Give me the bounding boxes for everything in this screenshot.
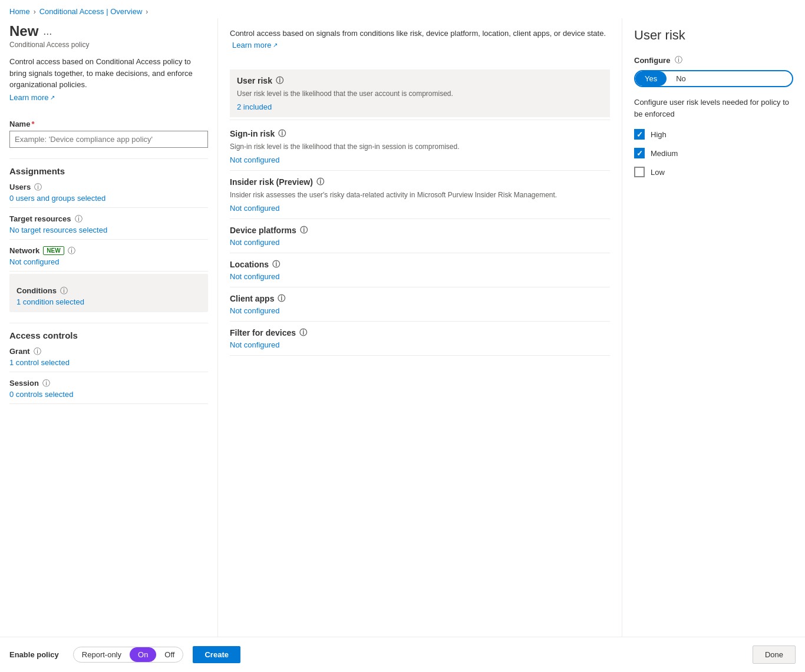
report-only-button[interactable]: Report-only bbox=[74, 647, 130, 662]
checkbox-low-row[interactable]: Low bbox=[634, 167, 793, 177]
user-risk-item[interactable]: User risk ⓘ User risk level is the likel… bbox=[230, 69, 610, 117]
right-panel-title: User risk bbox=[634, 28, 793, 43]
learn-more-middle[interactable]: Learn more ↗ bbox=[232, 39, 278, 51]
checkbox-low[interactable] bbox=[634, 167, 645, 177]
users-info-icon[interactable]: ⓘ bbox=[34, 182, 42, 193]
configure-row: Configure ⓘ bbox=[634, 55, 793, 65]
left-panel: New ... Conditional Access policy Contro… bbox=[0, 18, 218, 637]
insider-risk-status[interactable]: Not configured bbox=[230, 204, 280, 213]
target-resources-info-icon[interactable]: ⓘ bbox=[75, 214, 83, 224]
client-apps-label: Client apps bbox=[230, 294, 274, 303]
middle-description: Control access based on signals from con… bbox=[230, 28, 610, 60]
on-button[interactable]: On bbox=[130, 647, 156, 662]
user-risk-label: User risk bbox=[237, 76, 272, 85]
toggle-no-button[interactable]: No bbox=[667, 71, 695, 86]
device-platforms-info-icon[interactable]: ⓘ bbox=[300, 225, 308, 236]
grant-row: Grant ⓘ bbox=[9, 346, 208, 357]
session-label: Session bbox=[9, 379, 39, 388]
configure-toggle-group[interactable]: Yes No bbox=[634, 70, 793, 87]
breadcrumb-overview[interactable]: Conditional Access | Overview bbox=[39, 7, 143, 16]
configure-label: Configure bbox=[634, 56, 670, 65]
conditions-value[interactable]: 1 condition selected bbox=[17, 297, 201, 306]
divider-target bbox=[9, 239, 208, 240]
target-resources-label: Target resources bbox=[9, 214, 71, 223]
external-link-icon: ↗ bbox=[50, 94, 55, 101]
learn-more-left[interactable]: Learn more ↗ bbox=[9, 93, 55, 102]
bottom-bar: Enable policy Report-only On Off Create … bbox=[0, 637, 805, 672]
conditions-label: Conditions bbox=[17, 286, 57, 295]
locations-info-icon[interactable]: ⓘ bbox=[272, 259, 280, 270]
divider-network bbox=[9, 271, 208, 272]
users-row: Users ⓘ bbox=[9, 182, 208, 193]
checkbox-high-label: High bbox=[651, 130, 667, 139]
grant-info-icon[interactable]: ⓘ bbox=[34, 346, 41, 357]
page-title: New bbox=[9, 23, 38, 39]
checkbox-high-row[interactable]: High bbox=[634, 129, 793, 140]
filter-devices-item[interactable]: Filter for devices ⓘ Not configured bbox=[230, 322, 610, 356]
enable-policy-label: Enable policy bbox=[9, 650, 59, 659]
left-description: Control access based on Conditional Acce… bbox=[9, 56, 208, 91]
name-input[interactable] bbox=[9, 131, 208, 148]
grant-value[interactable]: 1 control selected bbox=[9, 358, 208, 367]
filter-devices-label: Filter for devices bbox=[230, 328, 296, 337]
users-label: Users bbox=[9, 183, 31, 191]
insider-risk-info-icon[interactable]: ⓘ bbox=[316, 177, 324, 187]
network-value[interactable]: Not configured bbox=[9, 257, 208, 266]
breadcrumb: Home › Conditional Access | Overview › bbox=[0, 0, 805, 18]
client-apps-status[interactable]: Not configured bbox=[230, 306, 280, 315]
insider-risk-desc: Insider risk assesses the user's risky d… bbox=[230, 190, 610, 200]
checkbox-medium-label: Medium bbox=[651, 149, 678, 158]
enable-policy-toggle[interactable]: Report-only On Off bbox=[73, 647, 184, 663]
user-risk-status: 2 included bbox=[237, 102, 272, 111]
client-apps-info-icon[interactable]: ⓘ bbox=[278, 293, 285, 304]
target-resources-value[interactable]: No target resources selected bbox=[9, 226, 208, 234]
network-label: Network bbox=[9, 246, 39, 255]
checkbox-medium-row[interactable]: Medium bbox=[634, 148, 793, 158]
configure-description: Configure user risk levels needed for po… bbox=[634, 97, 793, 120]
session-info-icon[interactable]: ⓘ bbox=[42, 378, 50, 389]
page-subtitle: Conditional Access policy bbox=[9, 41, 208, 49]
insider-risk-item[interactable]: Insider risk (Preview) ⓘ Insider risk as… bbox=[230, 171, 610, 219]
breadcrumb-sep1: › bbox=[34, 8, 36, 16]
divider-session bbox=[9, 403, 208, 404]
grant-label: Grant bbox=[9, 347, 30, 356]
client-apps-item[interactable]: Client apps ⓘ Not configured bbox=[230, 287, 610, 322]
sign-in-risk-item[interactable]: Sign-in risk ⓘ Sign-in risk level is the… bbox=[230, 123, 610, 171]
checkbox-high[interactable] bbox=[634, 129, 645, 140]
locations-label: Locations bbox=[230, 260, 269, 269]
divider-grant bbox=[9, 372, 208, 372]
divider-users bbox=[9, 207, 208, 208]
sign-in-risk-label: Sign-in risk bbox=[230, 129, 275, 138]
network-row: Network NEW ⓘ bbox=[9, 246, 208, 256]
network-info-icon[interactable]: ⓘ bbox=[68, 246, 75, 256]
conditions-box[interactable]: Conditions ⓘ 1 condition selected bbox=[9, 274, 208, 312]
sign-in-risk-info-icon[interactable]: ⓘ bbox=[278, 128, 286, 139]
more-options-button[interactable]: ... bbox=[43, 25, 52, 38]
divider-user-risk bbox=[230, 120, 610, 120]
off-button[interactable]: Off bbox=[156, 647, 183, 662]
device-platforms-status[interactable]: Not configured bbox=[230, 238, 280, 247]
locations-item[interactable]: Locations ⓘ Not configured bbox=[230, 253, 610, 287]
assignments-title: Assignments bbox=[9, 158, 208, 176]
middle-ext-icon: ↗ bbox=[273, 41, 278, 49]
user-risk-info-icon[interactable]: ⓘ bbox=[276, 75, 283, 86]
network-new-badge: NEW bbox=[43, 246, 64, 255]
sign-in-risk-status[interactable]: Not configured bbox=[230, 155, 280, 164]
configure-info-icon[interactable]: ⓘ bbox=[675, 55, 682, 65]
breadcrumb-home[interactable]: Home bbox=[9, 7, 30, 16]
toggle-yes-button[interactable]: Yes bbox=[635, 71, 667, 86]
filter-devices-info-icon[interactable]: ⓘ bbox=[299, 327, 307, 338]
sign-in-risk-desc: Sign-in risk level is the likelihood tha… bbox=[230, 141, 610, 152]
breadcrumb-sep2: › bbox=[146, 8, 148, 16]
device-platforms-label: Device platforms bbox=[230, 226, 296, 235]
users-value[interactable]: 0 users and groups selected bbox=[9, 194, 208, 203]
conditions-info-icon[interactable]: ⓘ bbox=[60, 286, 68, 296]
locations-status[interactable]: Not configured bbox=[230, 272, 280, 281]
device-platforms-item[interactable]: Device platforms ⓘ Not configured bbox=[230, 219, 610, 253]
session-value[interactable]: 0 controls selected bbox=[9, 390, 208, 399]
filter-devices-status[interactable]: Not configured bbox=[230, 340, 280, 349]
create-button[interactable]: Create bbox=[193, 646, 240, 663]
insider-risk-label: Insider risk (Preview) bbox=[230, 177, 313, 187]
checkbox-medium[interactable] bbox=[634, 148, 645, 158]
done-button[interactable]: Done bbox=[753, 645, 796, 664]
